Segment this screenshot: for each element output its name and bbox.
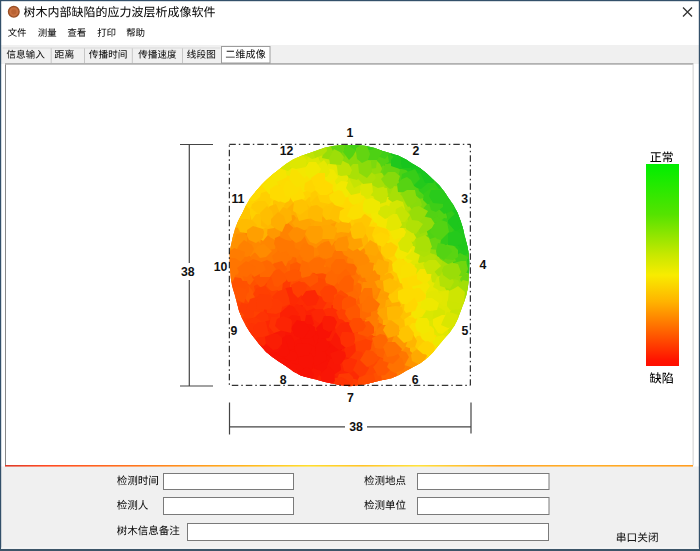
svg-text:12: 12 (280, 144, 294, 158)
svg-text:5: 5 (461, 324, 468, 338)
svg-text:3: 3 (461, 192, 468, 206)
svg-text:8: 8 (280, 373, 287, 387)
svg-text:7: 7 (347, 391, 354, 405)
svg-text:10: 10 (214, 260, 228, 274)
svg-text:11: 11 (231, 192, 244, 206)
svg-text:9: 9 (231, 324, 238, 338)
svg-text:2: 2 (413, 144, 420, 158)
svg-text:6: 6 (412, 373, 419, 387)
svg-text:1: 1 (346, 126, 353, 140)
svg-text:38: 38 (349, 420, 363, 434)
svg-text:4: 4 (479, 258, 486, 272)
svg-text:38: 38 (181, 265, 195, 279)
